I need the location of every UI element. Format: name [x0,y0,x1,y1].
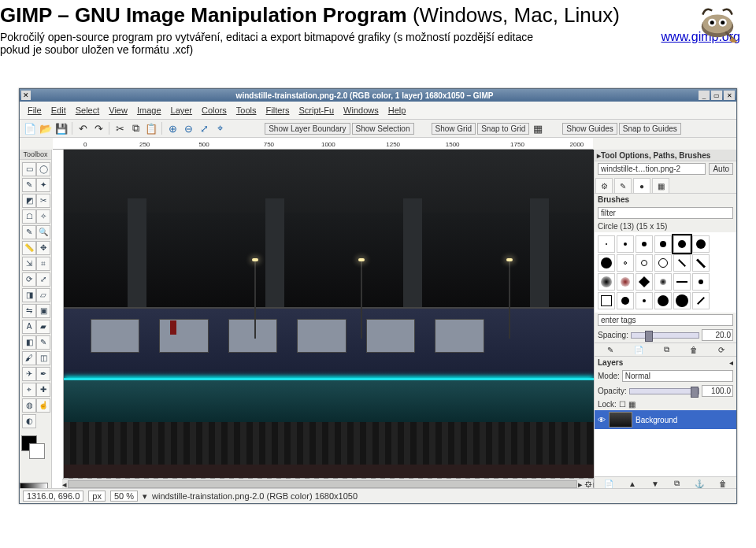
brush-item[interactable] [598,235,615,253]
brush-item[interactable] [636,254,653,272]
menu-view[interactable]: View [106,105,131,116]
tool-scale[interactable]: ⤢ [36,272,50,287]
brush-item[interactable] [617,254,634,272]
canvas[interactable] [64,150,594,499]
tool-free-select[interactable]: ✎ [22,178,36,192]
tool-ink[interactable]: ✒ [36,367,50,381]
zoom-out-icon[interactable]: ⊖ [181,121,195,135]
tool-pencil[interactable]: ✎ [36,335,50,350]
tab-brushes[interactable]: ● [633,178,650,193]
brush-dup-icon[interactable]: ⧉ [664,345,669,354]
brush-new-icon[interactable]: 📄 [634,346,643,354]
brush-item[interactable] [692,273,710,291]
brush-item[interactable] [654,273,672,291]
brush-refresh-icon[interactable]: ⟳ [718,346,724,354]
menu-windows[interactable]: Windows [340,105,382,116]
brush-item[interactable] [673,254,691,272]
redo-icon[interactable]: ↷ [91,121,106,135]
brush-item[interactable] [692,235,710,253]
tool-zoom[interactable]: 🔍 [36,225,50,239]
titlebar[interactable]: ✕ windstille-trainstation.png-2.0 (RGB c… [20,89,736,102]
brush-item[interactable] [617,273,634,291]
brush-item[interactable] [598,292,615,309]
tool-shear[interactable]: ◨ [22,288,36,302]
brush-item[interactable] [617,235,634,253]
brush-filter[interactable]: filter [598,207,733,219]
brush-item[interactable] [673,235,691,253]
image-selector[interactable]: windstille-t…tion.png-2 [598,163,706,175]
menu-layer[interactable]: Layer [168,105,196,116]
layer-del-icon[interactable]: 🗑 [719,480,727,488]
brush-item[interactable] [598,273,615,291]
tool-foreground[interactable]: ☖ [22,209,36,224]
eye-icon[interactable]: 👁 [598,416,606,424]
tool-fuzzy-select[interactable]: ✦ [36,178,50,192]
layer-dup-icon[interactable]: ⧉ [674,479,680,488]
tool-align[interactable]: ⇲ [22,257,36,271]
zoom-fit-icon[interactable]: ⤢ [197,121,211,135]
tool-blur[interactable]: ◍ [22,398,36,413]
menu-edit[interactable]: Edit [48,105,69,116]
tool-gradient[interactable]: ◧ [22,335,36,350]
undo-icon[interactable]: ↶ [76,121,90,135]
brush-item[interactable] [673,273,691,291]
tool-perspective[interactable]: ▱ [36,288,50,302]
horizontal-ruler[interactable]: 0 250 500 750 1000 1250 1500 1750 2000 [53,138,593,150]
spacing-slider[interactable] [631,332,699,339]
menu-image[interactable]: Image [134,105,165,116]
tool-ellipse-select[interactable]: ◯ [36,162,50,176]
tool-paths[interactable]: ✧ [36,209,50,224]
brush-item[interactable] [654,235,672,253]
brush-item[interactable] [654,292,672,309]
tool-rotate[interactable]: ⟳ [22,272,36,287]
tool-move[interactable]: ✥ [36,241,50,255]
snap-to-grid-button[interactable]: Snap to Grid [477,123,529,135]
layer-new-icon[interactable]: 📄 [604,480,613,488]
layer-down-icon[interactable]: ▼ [651,480,659,488]
tool-airbrush[interactable]: ✈ [22,367,36,381]
maximize-button[interactable]: ▭ [711,91,722,100]
tool-clone[interactable]: ⌖ [22,383,36,397]
tool-rect-select[interactable]: ▭ [22,162,36,176]
menu-select[interactable]: Select [72,105,103,116]
zoom-100-icon[interactable]: ⌖ [213,121,227,135]
tool-flip[interactable]: ⇋ [22,304,36,318]
menu-tools[interactable]: Tools [233,105,260,116]
brush-item[interactable] [598,254,615,272]
tool-dodge[interactable]: ◐ [22,414,36,428]
layer-up-icon[interactable]: ▲ [628,480,636,488]
show-selection-button[interactable]: Show Selection [352,123,414,135]
tool-crop[interactable]: ⌗ [36,257,50,271]
brush-tags[interactable]: enter tags [598,314,733,326]
vertical-ruler[interactable] [52,150,64,499]
spacing-value[interactable]: 20.0 [702,329,733,341]
tool-color-select[interactable]: ◩ [22,194,36,208]
brush-item[interactable] [636,235,653,253]
save-icon[interactable]: 💾 [54,121,69,135]
brush-item[interactable] [654,254,672,272]
tool-heal[interactable]: ✚ [36,383,50,397]
brush-del-icon[interactable]: 🗑 [690,346,698,354]
grid-icon[interactable]: ▦ [531,121,545,135]
opacity-value[interactable]: 100.0 [702,385,733,397]
menu-file[interactable]: File [24,105,45,116]
copy-icon[interactable]: ⧉ [128,121,143,135]
show-grid-button[interactable]: Show Grid [432,123,476,135]
status-zoom[interactable]: 50 % [110,491,138,502]
tool-eraser[interactable]: ◫ [36,351,50,365]
open-icon[interactable]: 📂 [39,121,53,135]
tool-measure[interactable]: 📏 [22,241,36,255]
zoom-in-icon[interactable]: ⊕ [165,121,180,135]
menu-help[interactable]: Help [385,105,410,116]
background-color[interactable] [29,443,45,459]
status-unit[interactable]: px [88,491,106,502]
cut-icon[interactable]: ✂ [113,121,127,135]
lock-alpha-icon[interactable]: ▦ [628,400,636,409]
minimize-button[interactable]: _ [699,91,710,100]
tool-cage[interactable]: ▣ [36,304,50,318]
mode-select[interactable]: Normal [622,370,733,382]
brush-item[interactable] [636,292,653,309]
brush-item[interactable] [692,292,710,309]
new-icon[interactable]: 📄 [23,121,37,135]
paste-icon[interactable]: 📋 [144,121,158,135]
